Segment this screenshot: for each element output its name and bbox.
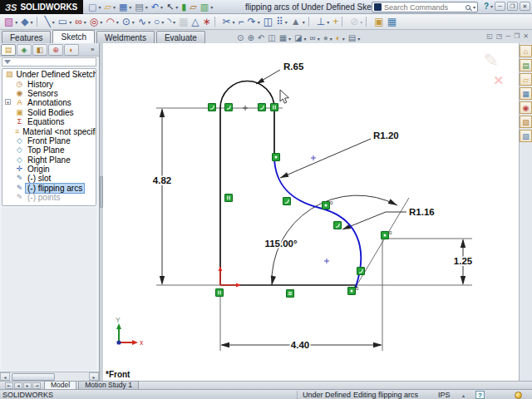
cancel-sketch-icon[interactable]: ✕ — [493, 73, 504, 88]
dropdown-caret-icon[interactable]: ▾ — [132, 19, 135, 25]
dropdown-caret-icon[interactable]: ▾ — [161, 19, 164, 25]
dropdown-caret-icon[interactable]: ▾ — [210, 4, 213, 10]
dropdown-caret-icon[interactable]: ▾ — [258, 19, 260, 25]
dropdown-caret-icon[interactable]: ▾ — [233, 19, 235, 25]
move-entities-button[interactable]: ▲ ▾ — [289, 16, 307, 27]
dropdown-caret-icon[interactable]: ▾ — [129, 4, 131, 10]
smart-dimension-button[interactable]: ◆ ▾ — [19, 16, 34, 27]
tree-item-front-plane[interactable]: ◇ Front Plane — [2, 136, 96, 145]
motion-study-tab[interactable]: Motion Study 1 — [78, 381, 139, 389]
close-button[interactable]: ✕ — [520, 2, 530, 11]
search-commands-box[interactable]: ▾ — [372, 2, 478, 12]
dim-radius-mid[interactable]: R1.20 — [373, 131, 399, 140]
convert-entities-button[interactable]: ⌐ ▾ — [237, 16, 246, 27]
sketch-picture-button[interactable]: ▣ ▾ — [372, 16, 385, 27]
save-button[interactable]: ▦ ▾ — [117, 2, 133, 13]
relation-icon[interactable]: 0 — [348, 286, 360, 295]
tree-item-equations[interactable]: Σ Equations — [2, 117, 96, 126]
polygon-button[interactable]: △ ▾ — [190, 16, 200, 27]
forum-tab[interactable]: ▨ — [520, 130, 532, 142]
exit-sketch-icon[interactable]: ✎ — [483, 50, 498, 71]
tree-item-material[interactable]: ≡ Material <not specified> — [2, 126, 96, 135]
search-caret-icon[interactable]: ▾ — [473, 4, 475, 10]
relation-icon[interactable] — [273, 154, 280, 161]
scroll-left-icon[interactable]: ◂ — [0, 372, 10, 381]
expander-icon[interactable] — [5, 137, 11, 143]
dim-width[interactable]: 4.40 — [291, 340, 309, 350]
search-input[interactable] — [382, 3, 466, 12]
display-relations-button[interactable]: ⊥ ▾ — [315, 16, 331, 27]
tree-item-points[interactable]: ✎ (-) points — [2, 193, 96, 202]
relation-icon[interactable] — [225, 104, 233, 111]
relation-icon[interactable] — [357, 268, 365, 275]
scrollbar-thumb[interactable] — [12, 373, 55, 381]
display-style-button[interactable]: ◪ ▾ — [293, 32, 308, 44]
relation-icon[interactable] — [259, 104, 266, 111]
dropdown-caret-icon[interactable]: ▾ — [330, 36, 332, 42]
repair-sketch-button[interactable]: + ▾ — [331, 16, 340, 27]
linear-sketch-pattern-button[interactable]: ⠿ ▾ — [274, 16, 289, 27]
dropdown-caret-icon[interactable]: ▾ — [304, 36, 307, 42]
dropdown-caret-icon[interactable]: ▾ — [145, 4, 148, 10]
centerpoint-arc-button[interactable]: ⊙ ▾ — [121, 16, 136, 27]
point-button[interactable]: ∗ ▾ — [200, 16, 212, 27]
sketch-button[interactable]: ▧ ▾ — [2, 16, 19, 27]
units-caret-icon[interactable]: ▴ — [462, 392, 465, 398]
dropdown-caret-icon[interactable]: ▾ — [318, 36, 320, 42]
dim-radius-top[interactable]: R.65 — [283, 62, 304, 71]
sketch-tool-button[interactable]: ▾ — [37, 17, 42, 27]
flipping-arcs-curve[interactable] — [274, 158, 361, 287]
units-label[interactable]: IPS — [438, 391, 451, 399]
search-icon[interactable] — [466, 5, 470, 10]
sketch-origin[interactable] — [219, 266, 241, 287]
dropdown-caret-icon[interactable]: ▾ — [288, 36, 291, 42]
dropdown-caret-icon[interactable]: ▾ — [303, 19, 305, 25]
maximize-button[interactable]: ❐ — [507, 2, 518, 11]
dropdown-caret-icon[interactable]: ▾ — [173, 19, 175, 25]
doc-close-icon[interactable]: ✕ — [523, 32, 529, 40]
tab-weldments[interactable]: Weldments — [96, 31, 155, 43]
tree-item-annotations[interactable]: + A Annotations — [2, 98, 96, 107]
tree-item-slot[interactable]: ✎ (-) slot — [2, 174, 96, 183]
view-orientation-button[interactable]: ▦ ▾ — [278, 32, 293, 44]
tree-root[interactable]: ▧ Under Defined Sketches 2015 ( — [2, 70, 96, 79]
relation-icon[interactable] — [209, 104, 216, 111]
modify-sketch-button[interactable]: ▦ ▾ — [386, 16, 398, 27]
tree-item-origin[interactable]: ✛ Origin — [2, 165, 96, 174]
minimize-button[interactable]: ─ — [495, 2, 505, 11]
open-button[interactable]: ▱ ▾ — [102, 2, 116, 13]
dropdown-caret-icon[interactable]: ▾ — [69, 19, 71, 25]
statusbar-coin-icon[interactable] — [515, 392, 522, 399]
dropdown-caret-icon[interactable]: ▾ — [98, 4, 101, 10]
dropdown-caret-icon[interactable]: ▾ — [360, 19, 362, 25]
tree-item-right-plane[interactable]: ◇ Right Plane — [2, 155, 96, 165]
nav-prev-button[interactable]: ◂ — [14, 382, 22, 389]
straight-slot-button[interactable]: ∞ ▾ — [73, 16, 88, 27]
dropdown-caret-icon[interactable]: ▾ — [357, 36, 360, 42]
print-button[interactable]: ▤ ▾ — [133, 2, 149, 13]
tab-features[interactable]: Features — [2, 31, 51, 43]
expander-icon[interactable] — [5, 118, 11, 124]
expander-icon[interactable] — [5, 90, 11, 96]
displaymanager-tab[interactable]: ◐ — [64, 44, 79, 56]
select-button[interactable]: ↖ ▾ — [165, 2, 180, 13]
dim-angle[interactable]: 115.00° — [264, 239, 298, 249]
configurationmanager-tab[interactable]: ◧ — [32, 44, 47, 56]
zoom-to-area-button[interactable]: ⊕ ▾ — [245, 32, 255, 44]
relation-icon[interactable] — [271, 104, 278, 111]
tab-sketch[interactable]: Sketch — [52, 30, 95, 43]
tree-item-top-plane[interactable]: ◇ Top Plane — [2, 145, 96, 155]
solidworks-resources-tab[interactable]: ⌂ — [520, 45, 532, 57]
line-button[interactable]: ╲ ▾ — [43, 16, 57, 27]
nav-last-button[interactable]: ⇥ — [32, 382, 41, 389]
model-tab[interactable]: Model — [44, 381, 76, 389]
sketch-geometry[interactable] — [220, 81, 356, 286]
relation-icon[interactable]: 0 — [323, 200, 334, 209]
expander-icon[interactable] — [5, 185, 11, 190]
nav-first-button[interactable]: ⇤ — [5, 382, 13, 389]
scroll-right-icon[interactable]: ▸ — [89, 372, 99, 381]
tab-evaluate[interactable]: Evaluate — [156, 31, 205, 43]
quick-snaps-button[interactable]: ⊘ ▾ — [348, 16, 364, 27]
sketch-text-button[interactable]: ▦ ▾ — [177, 16, 190, 27]
doc-restore-left-icon[interactable]: ◱ — [486, 32, 493, 40]
